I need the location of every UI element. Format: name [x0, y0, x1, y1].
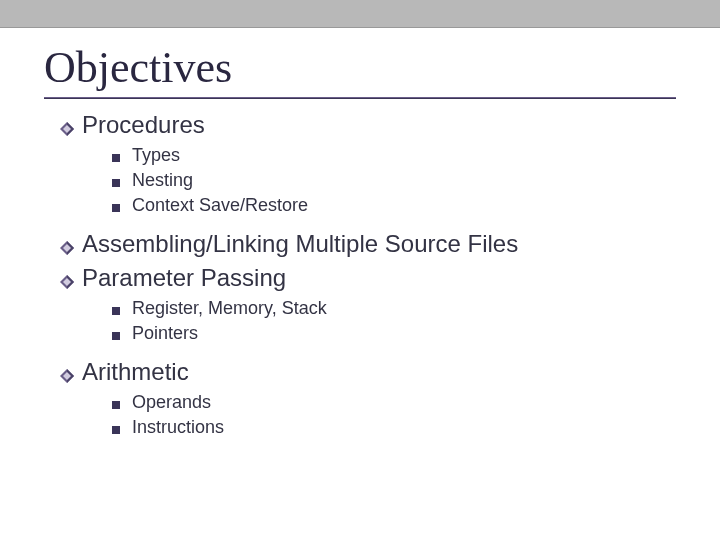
subitem-label: Instructions: [132, 417, 224, 438]
slide-title: Objectives: [44, 42, 676, 93]
list-item: Types: [112, 145, 676, 166]
list-item: Parameter Passing: [60, 264, 676, 292]
list-item: Assembling/Linking Multiple Source Files: [60, 230, 676, 258]
subitem-label: Register, Memory, Stack: [132, 298, 327, 319]
list-item: Operands: [112, 392, 676, 413]
list-item: Procedures: [60, 111, 676, 139]
item-label: Parameter Passing: [82, 264, 286, 292]
slide-body: Objectives Procedures Types Nesting Cont…: [0, 28, 720, 446]
title-bar-placeholder: [0, 0, 720, 28]
subitem-label: Nesting: [132, 170, 193, 191]
item-label: Procedures: [82, 111, 205, 139]
list-item: Nesting: [112, 170, 676, 191]
square-bullet-icon: [112, 401, 120, 409]
list-item: Instructions: [112, 417, 676, 438]
subitem-label: Pointers: [132, 323, 198, 344]
square-bullet-icon: [112, 426, 120, 434]
list-item: Register, Memory, Stack: [112, 298, 676, 319]
square-bullet-icon: [112, 154, 120, 162]
item-label: Assembling/Linking Multiple Source Files: [82, 230, 518, 258]
content-area: Procedures Types Nesting Context Save/Re…: [44, 111, 676, 446]
square-bullet-icon: [112, 204, 120, 212]
diamond-bullet-icon: [60, 369, 74, 383]
sublist: Register, Memory, Stack Pointers: [60, 294, 676, 352]
square-bullet-icon: [112, 179, 120, 187]
title-underline: [44, 97, 676, 99]
diamond-bullet-icon: [60, 275, 74, 289]
item-label: Arithmetic: [82, 358, 189, 386]
list-item: Pointers: [112, 323, 676, 344]
diamond-bullet-icon: [60, 122, 74, 136]
sublist: Operands Instructions: [60, 388, 676, 446]
sublist: Types Nesting Context Save/Restore: [60, 141, 676, 224]
list-item: Arithmetic: [60, 358, 676, 386]
subitem-label: Context Save/Restore: [132, 195, 308, 216]
diamond-bullet-icon: [60, 241, 74, 255]
subitem-label: Types: [132, 145, 180, 166]
square-bullet-icon: [112, 307, 120, 315]
square-bullet-icon: [112, 332, 120, 340]
list-item: Context Save/Restore: [112, 195, 676, 216]
subitem-label: Operands: [132, 392, 211, 413]
